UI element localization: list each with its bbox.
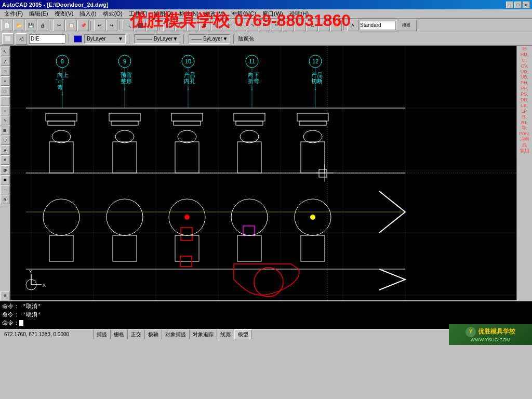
menu-custom[interactable]: 冲裁仿(C) — [228, 9, 259, 18]
color-swatch[interactable] — [74, 35, 82, 43]
otrack-toggle[interactable]: 对象追踪 — [190, 329, 217, 339]
pickbox-button[interactable]: ↖ — [1, 47, 10, 56]
stretch-button[interactable]: ⇔ — [259, 20, 270, 31]
rp-item-11[interactable]: LP, — [517, 109, 531, 114]
chamfer-button[interactable]: ∠ — [307, 20, 318, 31]
rp-item-14[interactable]: 导, — [517, 126, 531, 131]
menu-draw[interactable]: 绘图(D) — [151, 9, 176, 18]
rp-item-15[interactable]: Prev, — [517, 131, 531, 137]
trim-button[interactable]: ✂ — [271, 20, 282, 31]
text-style-input[interactable] — [359, 21, 395, 30]
hatch-button[interactable]: ▦ — [1, 126, 10, 135]
menu-modify[interactable]: 修改(M) — [202, 9, 228, 18]
lineweight-dropdown[interactable]: —— ByLayer ▼ — [189, 34, 230, 44]
grid-toggle[interactable]: 栅格 — [111, 329, 128, 339]
menu-window[interactable]: 窗口(W) — [259, 9, 286, 18]
snap-toggle[interactable]: 捕提 — [94, 329, 111, 339]
text-style-btn[interactable]: A — [347, 20, 358, 31]
rp-item-2[interactable]: U, — [517, 58, 531, 63]
rp-item-5[interactable]: UB, — [517, 75, 531, 80]
co-button[interactable]: CO — [163, 20, 175, 31]
menu-format[interactable]: 格式(O) — [100, 9, 126, 18]
region-button[interactable]: ⬡ — [1, 136, 10, 145]
layer-toolbar: ⬜ ◁ ByLayer ▼ ——— ByLayer ▼ —— ByLayer ▼… — [0, 32, 532, 46]
menu-tools[interactable]: 工具(T) — [126, 9, 151, 18]
canvas-area[interactable]: 8 向上 "∩" 弯 ↓ 9 预留 整形 ↓ 10 产品 内孔 ↓ 11 向下 — [10, 46, 516, 300]
rp-item-4[interactable]: UD, — [517, 70, 531, 75]
new-button[interactable]: 📄 — [1, 20, 12, 31]
rp-item-8[interactable]: PS, — [517, 92, 531, 97]
rp-item-13[interactable]: B1, — [517, 121, 531, 126]
zoom-prev-button[interactable]: ⬛ — [135, 20, 146, 31]
menu-file[interactable]: 文件(F) — [1, 9, 26, 18]
array-button[interactable]: ⊞ — [211, 20, 222, 31]
polar-toggle[interactable]: 极轴 — [145, 329, 162, 339]
insert-block-button[interactable]: ⊕ — [1, 155, 10, 165]
pan-button[interactable]: ✋ — [147, 20, 158, 31]
template-btn[interactable]: 模板 — [396, 20, 417, 31]
dim-linear-button[interactable]: ↕ — [1, 185, 10, 194]
menu-dim[interactable]: 标注(N) — [176, 9, 202, 18]
rp-item-17[interactable]: 成 — [517, 143, 531, 148]
layer-name-input[interactable] — [29, 34, 65, 44]
close-button[interactable]: × — [523, 2, 530, 8]
model-toggle[interactable]: 模型 — [234, 329, 252, 339]
undo-button[interactable]: ↩ — [94, 20, 105, 31]
circle-draw-button[interactable]: ○ — [1, 106, 10, 115]
cut-button[interactable]: ✂ — [54, 20, 65, 31]
polyline-button[interactable]: ⤳ — [1, 66, 10, 76]
save-button[interactable]: 💾 — [25, 20, 36, 31]
lineweight-toggle[interactable]: 线宽 — [217, 329, 234, 339]
break-button[interactable]: ⊢ — [295, 20, 306, 31]
rp-item-0[interactable]: 坯 — [517, 47, 531, 52]
fillet-button[interactable]: ⌒ — [318, 20, 330, 31]
move-button[interactable]: ✛ — [223, 20, 234, 31]
layer-manager-button[interactable]: ⬜ — [2, 33, 14, 45]
rp-item-18[interactable]: 轨组 — [517, 149, 531, 154]
menu-edit[interactable]: 编辑(E) — [26, 9, 51, 18]
scale-button[interactable]: ⤡ — [247, 20, 258, 31]
line-button[interactable]: ╱ — [1, 57, 10, 66]
svg-text:向上: 向上 — [57, 72, 69, 78]
layer-prev-button[interactable]: ◁ — [16, 33, 27, 45]
linetype-dropdown[interactable]: ——— ByLayer ▼ — [134, 34, 180, 44]
explode-button[interactable]: 💥 — [330, 20, 342, 31]
open-button[interactable]: 📂 — [13, 20, 24, 31]
menu-bar: 文件(F) 编辑(E) 视图(V) 插入(I) 格式(O) 工具(T) 绘图(D… — [0, 9, 532, 19]
osnap-toggle[interactable]: 对象捕提 — [162, 329, 190, 339]
rp-item-12[interactable]: B, — [517, 115, 531, 120]
rect-button[interactable]: □ — [175, 20, 187, 31]
menu-insert[interactable]: 插入(I) — [76, 9, 99, 18]
rp-item-9[interactable]: DB, — [517, 98, 531, 103]
gradient-button[interactable]: ◼ — [1, 175, 10, 184]
dim-radius-button[interactable]: R — [1, 195, 10, 204]
paste-button[interactable]: 📌 — [77, 20, 89, 31]
rp-item-3[interactable]: CV, — [517, 64, 531, 69]
color-dropdown[interactable]: ByLayer ▼ — [84, 34, 126, 44]
rp-item-7[interactable]: PP, — [517, 86, 531, 91]
circle-button[interactable]: ○ — [187, 20, 198, 31]
minimize-button[interactable]: − — [506, 2, 513, 8]
menu-help[interactable]: 说明(H) — [286, 9, 312, 18]
rp-item-1[interactable]: HD, — [517, 52, 531, 58]
copy-button[interactable]: 📋 — [65, 20, 77, 31]
rect-draw-button[interactable]: □ — [1, 86, 10, 96]
text-button[interactable]: A — [1, 145, 10, 155]
svg-text:↓: ↓ — [123, 85, 126, 91]
rp-item-10[interactable]: LB, — [517, 103, 531, 109]
attdef-button[interactable]: @ — [1, 165, 10, 175]
menu-view[interactable]: 视图(V) — [51, 9, 77, 18]
rotate-button[interactable]: ↻ — [235, 20, 246, 31]
print-button[interactable]: 🖨 — [37, 20, 48, 31]
arc-button[interactable]: ⌒ — [1, 96, 10, 105]
rp-item-16[interactable]: 冲料 — [517, 137, 531, 142]
maximize-button[interactable]: □ — [514, 2, 522, 8]
redo-button[interactable]: ↪ — [106, 20, 117, 31]
mirror-button[interactable]: ▦ — [199, 20, 210, 31]
ortho-toggle[interactable]: 正交 — [128, 329, 145, 339]
spline-button[interactable]: ∿ — [1, 116, 10, 125]
rp-item-6[interactable]: PH, — [517, 81, 531, 86]
zoom-button[interactable]: 🔍 — [123, 20, 134, 31]
extend-button[interactable]: ↔ — [283, 20, 294, 31]
multiline-button[interactable]: ≡ — [1, 76, 10, 86]
